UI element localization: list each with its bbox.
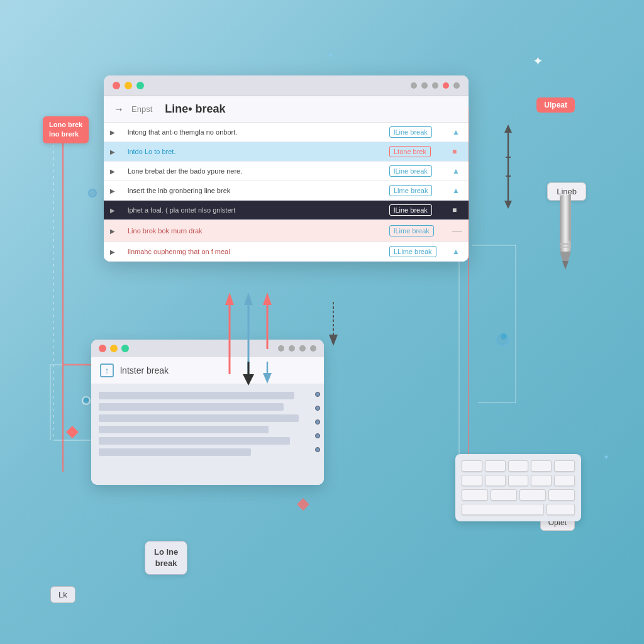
notebook-line-1 xyxy=(99,392,294,399)
svg-marker-24 xyxy=(225,292,234,305)
row-text-cell-6: Lino brok bok murn drak xyxy=(121,220,383,242)
svg-marker-26 xyxy=(244,292,253,305)
row-bullet-cell-7: ▶ xyxy=(104,242,121,262)
ulpeat-text: Ulpeat xyxy=(544,101,567,109)
row-badge-0: lLine break xyxy=(389,126,432,138)
notebook-line-3 xyxy=(99,414,299,422)
dot-green[interactable] xyxy=(136,82,144,89)
circle-deco-1 xyxy=(88,189,97,197)
lo-inc-break-label: Lo lnebreak xyxy=(145,541,187,575)
dot-mini-3 xyxy=(432,82,438,89)
row-text-cell: lntong that ant-o themgla no onbort. xyxy=(121,123,383,142)
row-icon-cell-2: ■ xyxy=(446,142,469,162)
row-badge-2: lLine break xyxy=(389,165,432,177)
titlebar-right-dots xyxy=(411,82,460,89)
content-header: → Enpst Line• break xyxy=(104,96,469,123)
key-12[interactable] xyxy=(491,489,517,501)
keyboard-row-3 xyxy=(462,489,575,501)
row-icon-cell: ▲ xyxy=(446,123,469,142)
dot-green-2[interactable] xyxy=(121,345,129,352)
keyboard-row-1 xyxy=(462,460,575,472)
sidebar-label: Lono brek lno brerk xyxy=(43,116,89,143)
browser-titlebar xyxy=(104,75,469,96)
ulpeat-label: Ulpeat xyxy=(536,97,575,113)
dot-red[interactable] xyxy=(113,82,120,89)
sparkle-top-right: ✦ xyxy=(533,53,543,69)
svg-marker-14 xyxy=(504,201,512,209)
key-13[interactable] xyxy=(519,489,546,501)
browser-content: → Enpst Line• break ▶ lntong that ant-o … xyxy=(104,96,469,262)
spiral-dot-1 xyxy=(315,392,320,397)
svg-marker-32 xyxy=(263,373,272,384)
svg-marker-34 xyxy=(329,335,338,346)
key-enter[interactable] xyxy=(547,504,575,515)
key-1[interactable] xyxy=(462,460,482,472)
row-text-1: lntdo Lo to bret. xyxy=(128,148,175,155)
line-table: ▶ lntong that ant-o themgla no onbort. l… xyxy=(104,123,469,262)
notebook-area xyxy=(91,384,324,485)
row-icon-3: ▲ xyxy=(452,186,460,195)
row-icon-cell-5: ■ xyxy=(446,201,469,220)
row-badge-cell-6: lLime break xyxy=(383,220,446,242)
row-icon-cell-4: ▲ xyxy=(446,181,469,201)
row-text-6: llnmahc ouphenmg that on f meal xyxy=(128,248,230,255)
row-icon-cell-7: ▲ xyxy=(446,242,469,262)
row-bullet-cell-3: ▶ xyxy=(104,162,121,181)
row-text-cell-2: lntdo Lo to bret. xyxy=(121,142,383,162)
key-3[interactable] xyxy=(508,460,529,472)
dot-mini-2-2 xyxy=(289,345,295,352)
row-text-4: lphet a foal. ( pla ontet nlso gnlstert xyxy=(128,206,235,214)
row-bullet-cell-6: ▶ xyxy=(104,220,121,242)
spiral-dot-5 xyxy=(315,447,320,452)
nav-arrow[interactable]: → xyxy=(114,104,124,115)
insert-arrow-icon[interactable]: ↑ xyxy=(100,364,114,377)
dot-mini-1 xyxy=(411,82,417,89)
row-badge-3: Llme break xyxy=(389,185,432,196)
key-4[interactable] xyxy=(531,460,552,472)
row-badge-cell-5: lLine break xyxy=(383,201,446,220)
dot-mini-2-3 xyxy=(299,345,306,352)
diamond-bottom-left xyxy=(66,426,79,438)
row-badge-6: LLime break xyxy=(389,246,436,257)
sidebar-label-line1: Lono brek xyxy=(49,120,82,130)
row-icon-1: ■ xyxy=(452,147,457,156)
spiral-dot-3 xyxy=(315,419,320,425)
row-text-2: Lone brebat der the bado ypure nere. xyxy=(128,167,242,175)
row-text-cell-7: llnmahc ouphenmg that on f meal xyxy=(121,242,383,262)
dot-mini-4 xyxy=(453,82,460,89)
sparkle-top-mid: ✦ xyxy=(327,50,335,60)
notebook-line-4 xyxy=(99,426,269,433)
row-bullet-cell: ▶ xyxy=(104,123,121,142)
key-7[interactable] xyxy=(485,475,506,486)
key-9[interactable] xyxy=(531,475,552,486)
key-2[interactable] xyxy=(485,460,506,472)
key-10[interactable] xyxy=(554,475,575,486)
key-14[interactable] xyxy=(548,489,575,501)
pen-stylus xyxy=(542,189,592,277)
key-11[interactable] xyxy=(462,489,488,501)
dot-yellow-2[interactable] xyxy=(110,345,118,352)
dot-blue-2 xyxy=(84,397,89,402)
dot-yellow[interactable] xyxy=(125,82,132,89)
row-bullet-cell-2: ▶ xyxy=(104,142,121,162)
header-label: Enpst xyxy=(131,104,152,114)
spacebar[interactable] xyxy=(462,504,544,515)
key-6[interactable] xyxy=(462,475,482,486)
table-row-highlight: ▶ lntdo Lo to bret. Ltone brek ■ xyxy=(104,142,469,162)
row-badge-1: Ltone brek xyxy=(389,146,431,157)
row-text-0: lntong that ant-o themgla no onbort. xyxy=(128,128,237,136)
row-badge-cell-3: lLine break xyxy=(383,162,446,181)
row-icon-0: ▲ xyxy=(452,128,460,136)
row-icon-2: ▲ xyxy=(452,167,460,175)
sparkle-right: ✦ xyxy=(603,453,609,462)
key-5[interactable] xyxy=(554,460,575,472)
row-bullet-cell-5: ▶ xyxy=(104,201,121,220)
scroll-arrows[interactable] xyxy=(501,123,515,211)
row-badge-cell-2: Ltone brek xyxy=(383,142,446,162)
keyboard xyxy=(455,454,581,521)
dot-red-2[interactable] xyxy=(99,345,106,352)
row-text-5: Lino brok bok murn drak xyxy=(128,227,203,235)
key-8[interactable] xyxy=(508,475,529,486)
main-browser-window: → Enpst Line• break ▶ lntong that ant-o … xyxy=(104,75,469,262)
row-text-cell-5: lphet a foal. ( pla ontet nlso gnlstert xyxy=(121,201,383,220)
